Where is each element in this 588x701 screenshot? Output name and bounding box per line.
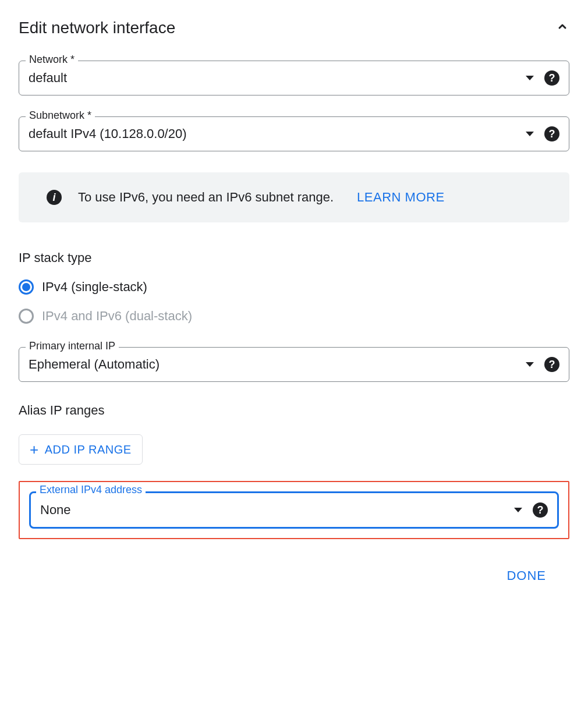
ipv6-info-banner: i To use IPv6, you need an IPv6 subnet r… (19, 172, 569, 222)
help-icon[interactable]: ? (533, 502, 548, 518)
help-icon[interactable]: ? (544, 70, 559, 86)
dropdown-arrow-icon (514, 508, 522, 512)
primary-ip-label: Primary internal IP (26, 340, 119, 352)
external-ip-value: None (40, 502, 514, 518)
subnetwork-label: Subnetwork * (26, 109, 95, 122)
chevron-up-icon (555, 20, 569, 34)
subnetwork-value: default IPv4 (10.128.0.0/20) (29, 126, 526, 141)
add-button-label: ADD IP RANGE (45, 443, 132, 456)
primary-ip-value: Ephemeral (Automatic) (29, 357, 526, 372)
radio-icon (19, 279, 34, 295)
subnetwork-select[interactable]: default IPv4 (10.128.0.0/20) ? (19, 116, 569, 151)
dropdown-arrow-icon (526, 132, 534, 136)
ip-stack-label: IP stack type (19, 250, 569, 265)
info-text: To use IPv6, you need an IPv6 subnet ran… (78, 190, 334, 205)
info-icon: i (47, 190, 62, 205)
learn-more-link[interactable]: LEARN MORE (357, 190, 444, 205)
external-ip-highlight: External IPv4 address None ? (19, 481, 569, 539)
add-ip-range-button[interactable]: + ADD IP RANGE (19, 434, 143, 465)
help-icon[interactable]: ? (544, 126, 559, 141)
external-ip-select[interactable]: None ? (29, 491, 559, 529)
primary-ip-select[interactable]: Ephemeral (Automatic) ? (19, 347, 569, 382)
radio-ipv4-single[interactable]: IPv4 (single-stack) (19, 279, 569, 295)
network-value: default (29, 70, 526, 86)
collapse-button[interactable] (555, 20, 569, 36)
radio-icon (19, 309, 34, 324)
done-button[interactable]: DONE (495, 562, 558, 589)
radio-label: IPv4 (single-stack) (42, 279, 147, 295)
dropdown-arrow-icon (526, 76, 534, 80)
network-label: Network * (26, 54, 78, 66)
network-select[interactable]: default ? (19, 61, 569, 95)
dropdown-arrow-icon (526, 362, 534, 367)
radio-label: IPv4 and IPv6 (dual-stack) (42, 309, 192, 324)
external-ip-label: External IPv4 address (36, 484, 146, 496)
panel-title: Edit network interface (19, 19, 175, 37)
radio-ipv4-ipv6-dual: IPv4 and IPv6 (dual-stack) (19, 309, 569, 324)
help-icon[interactable]: ? (544, 357, 559, 372)
alias-ip-label: Alias IP ranges (19, 403, 569, 418)
plus-icon: + (30, 442, 39, 457)
